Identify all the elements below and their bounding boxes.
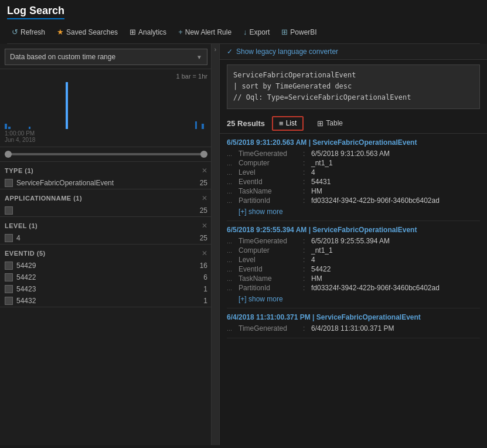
- field-expand-icon[interactable]: ...: [227, 188, 239, 195]
- field-expand-icon[interactable]: ...: [227, 256, 239, 263]
- field-expand-icon[interactable]: ...: [227, 159, 239, 167]
- filter-count: 1: [203, 297, 207, 305]
- field-expand-icon[interactable]: ...: [227, 150, 239, 157]
- filter-item-left: [5, 206, 16, 215]
- results-header: 25 Results ≡ List ⊞ Table: [220, 114, 487, 134]
- filter-checkbox[interactable]: [5, 273, 13, 281]
- results-list: 6/5/2018 9:31:20.563 AM | ServiceFabricO…: [220, 134, 487, 445]
- slider-thumb-left[interactable]: [5, 151, 12, 158]
- result-title[interactable]: 6/4/2018 11:31:00.371 PM | ServiceFabric…: [227, 313, 480, 321]
- field-expand-icon[interactable]: ...: [227, 284, 239, 291]
- field-value: HM: [311, 187, 322, 195]
- filter-item: 54422 6: [5, 271, 207, 283]
- result-field: ... EventId : 54431: [227, 177, 480, 186]
- result-item: 6/4/2018 11:31:00.371 PM | ServiceFabric…: [227, 308, 480, 338]
- filter-close-2-icon[interactable]: ✕: [202, 222, 207, 230]
- analytics-button[interactable]: ⊞ Analytics: [125, 25, 171, 39]
- field-expand-icon[interactable]: ...: [227, 197, 239, 204]
- filter-title-1: APPLICATIONNAME (1): [5, 195, 82, 202]
- filter-close-0-icon[interactable]: ✕: [202, 167, 207, 175]
- result-field: ... Level : 4: [227, 168, 480, 177]
- filter-item-left: 54432: [5, 297, 36, 305]
- result-field: ... TimeGenerated : 6/4/2018 11:31:00.37…: [227, 324, 480, 333]
- field-name: TimeGenerated: [239, 324, 303, 332]
- result-title[interactable]: 6/5/2018 9:31:20.563 AM | ServiceFabricO…: [227, 138, 480, 147]
- table-view-button[interactable]: ⊞ Table: [311, 117, 349, 130]
- field-value: 6/4/2018 11:31:00.371 PM: [311, 324, 394, 332]
- chart-bar: [8, 127, 11, 129]
- field-name: TaskName: [239, 274, 303, 283]
- time-range-select[interactable]: Data based on custom time range ▼: [5, 49, 207, 65]
- chart-area: 1 bar = 1hr 1:00:00 PM Jun 4, 2018: [0, 69, 219, 147]
- field-sep: :: [303, 159, 311, 167]
- right-panel: ✓ Show legacy language converter Service…: [220, 44, 487, 445]
- field-expand-icon[interactable]: ...: [227, 178, 239, 185]
- field-sep: :: [303, 150, 311, 158]
- field-sep: :: [303, 324, 311, 332]
- slider-row: [0, 147, 219, 162]
- filters-container: TYPE (1)✕ ServiceFabricOperationalEvent …: [0, 162, 219, 307]
- chart-bar: [202, 124, 204, 129]
- left-panel: › Data based on custom time range ▼ 1 ba…: [0, 44, 220, 445]
- slider-thumb-right[interactable]: [200, 151, 207, 158]
- list-view-button[interactable]: ≡ List: [272, 116, 304, 131]
- filter-checkbox[interactable]: [5, 262, 13, 270]
- results-count: 25 Results: [227, 119, 265, 128]
- filter-item-left: 54422: [5, 273, 36, 281]
- chart-canvas: [5, 82, 207, 129]
- filter-item: 54429 16: [5, 260, 207, 271]
- field-expand-icon[interactable]: ...: [227, 266, 239, 273]
- filter-checkbox[interactable]: [5, 285, 13, 293]
- list-icon: ≡: [279, 119, 284, 128]
- filter-title-3: EVENTID (5): [5, 250, 46, 257]
- field-value: 4: [311, 168, 315, 177]
- collapse-panel-button[interactable]: ›: [211, 44, 219, 445]
- filter-label: 54432: [16, 297, 36, 305]
- field-value: fd03324f-3942-422b-906f-3460bc6402ad: [311, 284, 440, 292]
- export-button[interactable]: ↓ Export: [239, 25, 274, 39]
- chevron-right-icon: ›: [214, 46, 216, 53]
- field-expand-icon[interactable]: ...: [227, 275, 239, 282]
- field-sep: :: [303, 196, 311, 205]
- field-value: _nt1_1: [311, 159, 333, 167]
- star-icon: ★: [57, 28, 64, 36]
- field-expand-icon[interactable]: ...: [227, 325, 239, 332]
- filter-checkbox[interactable]: [5, 179, 13, 187]
- applicationname-filter-header[interactable]: APPLICATIONNAME (1)✕: [5, 189, 207, 205]
- refresh-button[interactable]: ↺ Refresh: [7, 25, 50, 39]
- show-more-link[interactable]: [+] show more: [227, 205, 480, 216]
- show-more-link[interactable]: [+] show more: [227, 293, 480, 303]
- toolbar: ↺ Refresh ★ Saved Searches ⊞ Analytics +…: [7, 23, 480, 44]
- field-expand-icon[interactable]: ...: [227, 169, 239, 176]
- filter-count: 25: [200, 206, 207, 215]
- type-filter: TYPE (1)✕ ServiceFabricOperationalEvent …: [0, 162, 219, 189]
- result-title[interactable]: 6/5/2018 9:25:55.394 AM | ServiceFabricO…: [227, 226, 480, 234]
- query-box[interactable]: ServiceFabricOperationalEvent | sort by …: [227, 65, 480, 109]
- field-expand-icon[interactable]: ...: [227, 237, 239, 245]
- legacy-banner[interactable]: ✓ Show legacy language converter: [220, 44, 487, 60]
- filter-checkbox[interactable]: [5, 206, 13, 215]
- result-field: ... Computer : _nt1_1: [227, 246, 480, 255]
- field-expand-icon[interactable]: ...: [227, 247, 239, 254]
- saved-searches-button[interactable]: ★ Saved Searches: [52, 25, 122, 39]
- eventid-filter-header[interactable]: EVENTID (5)✕: [5, 245, 207, 260]
- filter-checkbox[interactable]: [5, 234, 13, 242]
- level-filter-header[interactable]: LEVEL (1)✕: [5, 217, 207, 232]
- new-alert-rule-button[interactable]: + New Alert Rule: [173, 25, 236, 39]
- filter-item-left: 4: [5, 234, 21, 242]
- result-field: ... Computer : _nt1_1: [227, 158, 480, 168]
- powerbi-button[interactable]: ⊞ PowerBI: [277, 25, 321, 39]
- field-sep: :: [303, 284, 311, 292]
- filter-close-1-icon[interactable]: ✕: [202, 194, 207, 202]
- field-sep: :: [303, 237, 311, 245]
- filter-item-left: 54429: [5, 262, 36, 270]
- filter-item: 25: [5, 205, 207, 216]
- field-sep: :: [303, 265, 311, 273]
- filter-item-left: ServiceFabricOperationalEvent: [5, 179, 114, 187]
- filter-close-3-icon[interactable]: ✕: [202, 249, 207, 257]
- field-sep: :: [303, 187, 311, 195]
- field-name: PartitionId: [239, 196, 303, 205]
- plus-icon: +: [178, 28, 183, 36]
- type-filter-header[interactable]: TYPE (1)✕: [5, 162, 207, 177]
- filter-checkbox[interactable]: [5, 297, 13, 305]
